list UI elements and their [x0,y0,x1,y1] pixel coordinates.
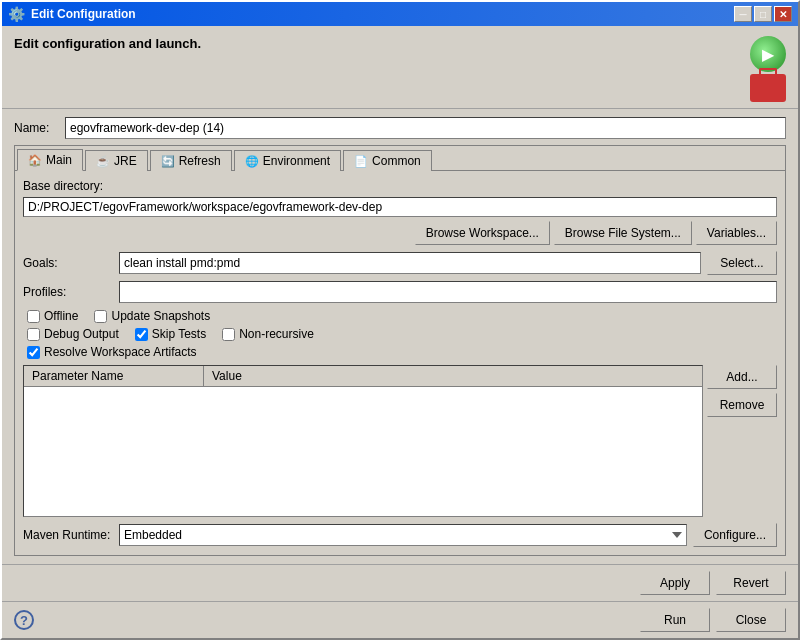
tab-content: Base directory: Browse Workspace... Brow… [15,170,785,555]
tab-environment[interactable]: 🌐 Environment [234,150,341,171]
apply-button[interactable]: Apply [640,571,710,595]
main-window: ⚙️ Edit Configuration ─ □ ✕ Edit configu… [0,0,800,640]
debug-output-label: Debug Output [44,327,119,341]
env-tab-icon: 🌐 [245,155,259,168]
browse-filesystem-button[interactable]: Browse File System... [554,221,692,245]
skip-tests-checkbox-item[interactable]: Skip Tests [135,327,206,341]
select-button[interactable]: Select... [707,251,777,275]
base-directory-label: Base directory: [23,179,777,193]
common-tab-icon: 📄 [354,155,368,168]
close-button[interactable]: Close [716,608,786,632]
jre-tab-icon: ☕ [96,155,110,168]
profiles-row: Profiles: [23,281,777,303]
title-bar-left: ⚙️ Edit Configuration [8,6,136,22]
base-directory-input[interactable] [23,197,777,217]
run-icon: ▶ [750,36,786,72]
resolve-workspace-checkbox[interactable] [27,346,40,359]
variables-button[interactable]: Variables... [696,221,777,245]
parameter-table-area: Parameter Name Value Add... Remove [23,365,777,517]
base-directory-row: Base directory: Browse Workspace... Brow… [23,179,777,245]
table-header: Parameter Name Value [24,366,702,387]
maximize-button[interactable]: □ [754,6,772,22]
col-value: Value [204,366,702,386]
tab-main-label: Main [46,153,72,167]
skip-tests-label: Skip Tests [152,327,206,341]
bottom-right-buttons: Run Close [640,608,786,632]
debug-output-checkbox[interactable] [27,328,40,341]
goals-input[interactable] [119,252,701,274]
tab-refresh-label: Refresh [179,154,221,168]
goals-label: Goals: [23,256,113,270]
non-recursive-checkbox-item[interactable]: Non-recursive [222,327,314,341]
window-title: Edit Configuration [31,7,136,21]
debug-output-checkbox-item[interactable]: Debug Output [27,327,119,341]
goals-row: Goals: Select... [23,251,777,275]
skip-tests-checkbox[interactable] [135,328,148,341]
remove-button[interactable]: Remove [707,393,777,417]
minimize-button[interactable]: ─ [734,6,752,22]
browse-workspace-button[interactable]: Browse Workspace... [415,221,550,245]
briefcase-icon [750,74,786,102]
add-button[interactable]: Add... [707,365,777,389]
tabs-bar: 🏠 Main ☕ JRE 🔄 Refresh 🌐 Environment 📄 [15,146,785,170]
help-button[interactable]: ? [14,610,34,630]
checkbox-row-1: Offline Update Snapshots [27,309,777,323]
header-icons: ▶ [750,36,786,102]
col-parameter-name: Parameter Name [24,366,204,386]
checkbox-row-2: Debug Output Skip Tests Non-recursive [27,327,777,341]
name-row: Name: [14,117,786,139]
tab-refresh[interactable]: 🔄 Refresh [150,150,232,171]
base-directory-buttons: Browse Workspace... Browse File System..… [23,221,777,245]
table-action-buttons: Add... Remove [707,365,777,517]
footer-buttons: Apply Revert [2,564,798,601]
main-content: Name: 🏠 Main ☕ JRE 🔄 Refresh 🌐 [2,109,798,564]
refresh-tab-icon: 🔄 [161,155,175,168]
tab-main[interactable]: 🏠 Main [17,149,83,171]
non-recursive-label: Non-recursive [239,327,314,341]
profiles-label: Profiles: [23,285,113,299]
maven-runtime-label: Maven Runtime: [23,528,113,542]
offline-checkbox-item[interactable]: Offline [27,309,78,323]
maven-runtime-select[interactable]: Embedded [119,524,687,546]
bottom-bar: ? Run Close [2,601,798,638]
run-button[interactable]: Run [640,608,710,632]
revert-button[interactable]: Revert [716,571,786,595]
main-tab-icon: 🏠 [28,154,42,167]
checkbox-area: Offline Update Snapshots Debug Output [23,309,777,359]
window-icon: ⚙️ [8,6,25,22]
configure-button[interactable]: Configure... [693,523,777,547]
name-input[interactable] [65,117,786,139]
offline-label: Offline [44,309,78,323]
tab-jre[interactable]: ☕ JRE [85,150,148,171]
header-area: Edit configuration and launch. ▶ [2,26,798,109]
window-close-button[interactable]: ✕ [774,6,792,22]
table-body [24,387,702,516]
title-controls: ─ □ ✕ [734,6,792,22]
tab-common-label: Common [372,154,421,168]
update-snapshots-checkbox[interactable] [94,310,107,323]
offline-checkbox[interactable] [27,310,40,323]
name-label: Name: [14,121,59,135]
update-snapshots-checkbox-item[interactable]: Update Snapshots [94,309,210,323]
profiles-input[interactable] [119,281,777,303]
resolve-workspace-checkbox-item[interactable]: Resolve Workspace Artifacts [27,345,197,359]
update-snapshots-label: Update Snapshots [111,309,210,323]
checkbox-row-3: Resolve Workspace Artifacts [27,345,777,359]
tab-jre-label: JRE [114,154,137,168]
tab-common[interactable]: 📄 Common [343,150,432,171]
tabbed-panel: 🏠 Main ☕ JRE 🔄 Refresh 🌐 Environment 📄 [14,145,786,556]
parameter-table: Parameter Name Value [23,365,703,517]
maven-runtime-row: Maven Runtime: Embedded Configure... [23,523,777,547]
non-recursive-checkbox[interactable] [222,328,235,341]
header-text: Edit configuration and launch. [14,36,201,51]
tab-environment-label: Environment [263,154,330,168]
title-bar: ⚙️ Edit Configuration ─ □ ✕ [2,2,798,26]
resolve-workspace-label: Resolve Workspace Artifacts [44,345,197,359]
